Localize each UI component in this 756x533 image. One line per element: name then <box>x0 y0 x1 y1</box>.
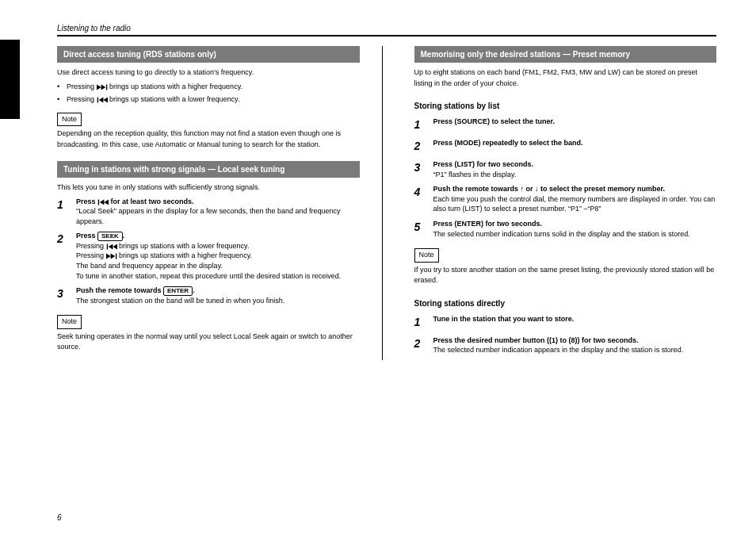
right-column: Memorising only the desired stations — P… <box>414 46 717 360</box>
prev-track-icon <box>106 243 117 250</box>
section-body: This lets you tune in only stations with… <box>57 182 360 353</box>
bullet-text: Pressing brings up stations with a highe… <box>67 82 360 93</box>
step-number: 5 <box>414 219 433 236</box>
step-title: Tune in the station that you want to sto… <box>433 314 717 324</box>
note-label: Note <box>57 113 82 127</box>
header-rule <box>57 35 716 36</box>
prev-track-icon <box>97 97 108 103</box>
note-text: Seek tuning operates in the normal way u… <box>57 332 360 353</box>
step-desc: Pressing brings up stations with a lower… <box>76 241 360 251</box>
bullet-icon <box>57 82 67 93</box>
bullet-text: Pressing brings up stations with a lower… <box>67 94 360 105</box>
section-bar-preset-memory: Memorising only the desired stations — P… <box>414 46 717 63</box>
subsection-title: Storing stations directly <box>414 297 717 309</box>
note-text: If you try to store another station on t… <box>414 265 717 286</box>
step-desc: The selected number indication appears i… <box>433 345 717 355</box>
section-body: Up to eight stations on each band (FM1, … <box>414 67 717 355</box>
step-desc: The band and frequency appear in the dis… <box>76 261 360 271</box>
step-number: 4 <box>414 184 433 201</box>
left-column: Direct access tuning (RDS stations only)… <box>57 46 383 360</box>
step-title: Push the remote towards ENTER. <box>76 286 360 296</box>
step-title: Press the desired number button ((1) to … <box>433 336 717 346</box>
bullet-icon <box>57 94 67 105</box>
section-bar-local-seek: Tuning in stations with strong signals —… <box>57 161 360 178</box>
section-bar-direct-access: Direct access tuning (RDS stations only) <box>57 46 360 63</box>
step-number: 2 <box>414 138 433 155</box>
step-desc: "Local Seek" appears in the display for … <box>76 206 360 226</box>
step-number: 1 <box>57 197 76 213</box>
next-track-icon <box>97 84 108 90</box>
step-number: 3 <box>414 159 433 176</box>
seek-button-icon: SEEK <box>97 232 123 241</box>
step-desc: “P1” flashes in the display. <box>433 170 717 180</box>
step-number: 1 <box>414 117 433 133</box>
step-number: 3 <box>57 286 76 302</box>
intro-text: Use direct access tuning to go directly … <box>57 67 360 79</box>
page-header: Listening to the radio <box>57 24 716 33</box>
step-desc: Pressing brings up stations with a highe… <box>76 251 360 261</box>
step-title: Press (LIST) for two seconds. <box>433 159 717 170</box>
intro-text: This lets you tune in only stations with… <box>57 182 360 194</box>
enter-button-icon: ENTER <box>163 286 193 296</box>
note-label: Note <box>57 315 82 329</box>
prev-track-icon <box>97 199 109 205</box>
step-number: 2 <box>414 336 433 352</box>
step-desc: Each time you push the control dial, the… <box>433 194 717 214</box>
step-title: Push the remote towards ↑ or ↓ to select… <box>433 184 717 194</box>
intro-text: Up to eight stations on each band (FM1, … <box>414 67 717 89</box>
page-number: 6 <box>57 513 62 522</box>
step-desc: The selected number indication turns sol… <box>433 229 717 240</box>
step-number: 2 <box>57 231 76 247</box>
content-columns: Direct access tuning (RDS stations only)… <box>57 46 716 360</box>
step-title: Press (MODE) repeatedly to select the ba… <box>433 138 717 148</box>
step-desc: The strongest station on the band will b… <box>76 296 360 306</box>
section-body: Use direct access tuning to go directly … <box>57 67 360 150</box>
subsection-title: Storing stations by list <box>414 100 717 112</box>
next-track-icon <box>106 253 117 259</box>
step-title: Press for at least two seconds. <box>76 197 360 207</box>
step-title: Press (ENTER) for two seconds. <box>433 219 717 229</box>
note-text: Depending on the reception quality, this… <box>57 128 360 150</box>
step-title: Press (SOURCE) to select the tuner. <box>433 117 717 127</box>
step-number: 1 <box>414 314 433 331</box>
note-label: Note <box>414 248 439 263</box>
step-desc: To tune in another station, repeat this … <box>76 271 360 282</box>
side-tab <box>0 40 20 119</box>
step-title: Press SEEK. <box>76 231 360 241</box>
